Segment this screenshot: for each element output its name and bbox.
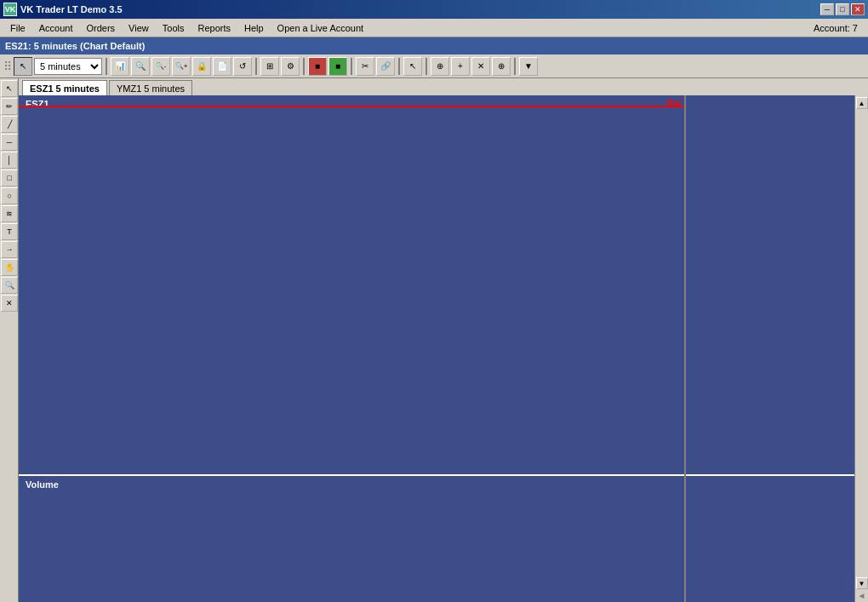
toolbar-crosshair-btn[interactable]: ⊕ bbox=[431, 57, 449, 76]
menu-file[interactable]: File bbox=[3, 21, 32, 35]
tool-delete[interactable]: ✕ bbox=[1, 295, 18, 312]
toolbar-zoom-in-btn[interactable]: 🔍 bbox=[131, 57, 150, 76]
tool-fib[interactable]: ≋ bbox=[1, 205, 18, 222]
toolbar-doc-btn[interactable]: 📄 bbox=[213, 57, 231, 76]
chart-tab-ymz1[interactable]: YMZ1 5 minutes bbox=[109, 80, 192, 95]
tool-hline[interactable]: ─ bbox=[1, 134, 18, 151]
main-chart: ESZ1 Bid Volume bbox=[19, 95, 684, 602]
menu-help[interactable]: Help bbox=[237, 21, 271, 35]
toolbar-separator-2 bbox=[255, 58, 257, 75]
toolbar-separator-7 bbox=[514, 58, 516, 75]
maximize-button[interactable]: □ bbox=[836, 3, 849, 15]
tool-pencil[interactable]: ✏ bbox=[1, 98, 18, 115]
toolbar-cross-btn[interactable]: ✕ bbox=[471, 57, 490, 76]
menu-open-live[interactable]: Open a Live Account bbox=[271, 21, 371, 35]
toolbar-lock-btn[interactable]: 🔒 bbox=[192, 57, 211, 76]
right-scroll: ▲ ▼ ◄ bbox=[854, 95, 868, 602]
toolbar-bar-chart-btn[interactable]: 📊 bbox=[111, 57, 129, 76]
menu-view[interactable]: View bbox=[122, 21, 156, 35]
toolbar-grid-btn[interactable]: ⊞ bbox=[260, 57, 279, 76]
menu-tools[interactable]: Tools bbox=[156, 21, 191, 35]
menu-account[interactable]: Account bbox=[32, 21, 80, 35]
charts-container: ESZ1 Bid Volume ▲ ▼ ◄ bbox=[19, 95, 868, 602]
app-icon: VK bbox=[3, 3, 17, 16]
chart-tabs: ESZ1 5 minutes YMZ1 5 minutes bbox=[19, 78, 868, 95]
toolbar-red-btn[interactable]: ■ bbox=[308, 57, 327, 76]
toolbar-separator-3 bbox=[303, 58, 305, 75]
tool-rect[interactable]: □ bbox=[1, 169, 18, 186]
close-button[interactable]: ✕ bbox=[851, 3, 865, 15]
toolbar-settings-btn[interactable]: ⚙ bbox=[281, 57, 300, 76]
toolbar: ⠿ ↖ 5 minutes 1 minute 15 minutes 30 min… bbox=[0, 54, 868, 78]
price-chart[interactable]: ESZ1 Bid bbox=[19, 95, 684, 476]
title-bar-title: VK Trader LT Demo 3.5 bbox=[20, 4, 123, 14]
toolbar-pointer-btn[interactable]: ↖ bbox=[403, 57, 422, 76]
tool-text[interactable]: T bbox=[1, 223, 18, 240]
main-content: ↖ ✏ ╱ ─ │ □ ○ ≋ T → ✋ 🔍 ✕ ESZ1 5 minutes… bbox=[0, 78, 868, 602]
bid-label: Bid bbox=[667, 99, 681, 108]
scroll-down-btn[interactable]: ▼ bbox=[856, 577, 868, 589]
tool-arrow[interactable]: ↖ bbox=[1, 80, 18, 97]
scroll-corner: ◄ bbox=[856, 589, 868, 602]
toolbar-separator-1 bbox=[106, 58, 107, 75]
toolbar-separator-5 bbox=[398, 58, 400, 75]
scroll-up-btn[interactable]: ▲ bbox=[856, 97, 868, 109]
chart-area: ESZ1 5 minutes YMZ1 5 minutes ESZ1 Bid V… bbox=[19, 78, 868, 602]
chart-tab-esz1[interactable]: ESZ1 5 minutes bbox=[22, 80, 107, 95]
toolbar-zoom-out1-btn[interactable]: 🔍- bbox=[151, 57, 170, 76]
volume-chart[interactable]: Volume bbox=[19, 476, 684, 602]
volume-label: Volume bbox=[26, 479, 59, 490]
right-price-panel bbox=[684, 95, 854, 602]
minimize-button[interactable]: ─ bbox=[820, 3, 834, 15]
title-bar: VK VK Trader LT Demo 3.5 ─ □ ✕ bbox=[0, 0, 868, 19]
title-bar-left: VK VK Trader LT Demo 3.5 bbox=[3, 3, 123, 16]
timeframe-dropdown[interactable]: 5 minutes 1 minute 15 minutes 30 minutes… bbox=[34, 58, 102, 75]
toolbar-cursor-btn[interactable]: ↖ bbox=[14, 57, 32, 76]
toolbar-cut-btn[interactable]: ✂ bbox=[356, 57, 374, 76]
toolbar-separator-4 bbox=[351, 58, 352, 75]
menu-orders[interactable]: Orders bbox=[79, 21, 122, 35]
price-chart-symbol: ESZ1 bbox=[26, 99, 49, 109]
chart-redline bbox=[19, 106, 684, 107]
tool-vline[interactable]: │ bbox=[1, 152, 18, 169]
left-tool-panel: ↖ ✏ ╱ ─ │ □ ○ ≋ T → ✋ 🔍 ✕ bbox=[0, 78, 19, 602]
toolbar-extra-btn[interactable]: ⊕ bbox=[492, 57, 511, 76]
chart-title: ES21: 5 minutes (Chart Default) bbox=[5, 41, 145, 51]
right-price-top bbox=[686, 95, 854, 474]
tool-hand[interactable]: ✋ bbox=[1, 259, 18, 276]
toolbar-plus-btn[interactable]: + bbox=[451, 57, 470, 76]
toolbar-refresh-btn[interactable]: ↺ bbox=[233, 57, 252, 76]
right-price-bottom bbox=[686, 474, 854, 602]
menu-bar: File Account Orders View Tools Reports H… bbox=[0, 19, 868, 37]
title-bar-controls: ─ □ ✕ bbox=[820, 3, 865, 15]
tool-ellipse[interactable]: ○ bbox=[1, 187, 18, 204]
toolbar-grip: ⠿ bbox=[3, 60, 12, 73]
toolbar-zoom-out2-btn[interactable]: 🔍+ bbox=[172, 57, 191, 76]
toolbar-separator-6 bbox=[425, 58, 427, 75]
toolbar-link-btn[interactable]: 🔗 bbox=[376, 57, 395, 76]
tool-arrow2[interactable]: → bbox=[1, 241, 18, 258]
menu-reports[interactable]: Reports bbox=[191, 21, 237, 35]
chart-header: ES21: 5 minutes (Chart Default) bbox=[0, 37, 868, 54]
tool-line[interactable]: ╱ bbox=[1, 116, 18, 133]
toolbar-green-btn[interactable]: ■ bbox=[328, 57, 347, 76]
toolbar-more-btn[interactable]: ▼ bbox=[519, 57, 538, 76]
account-indicator: Account: 7 bbox=[814, 23, 865, 33]
tool-zoom[interactable]: 🔍 bbox=[1, 277, 18, 294]
